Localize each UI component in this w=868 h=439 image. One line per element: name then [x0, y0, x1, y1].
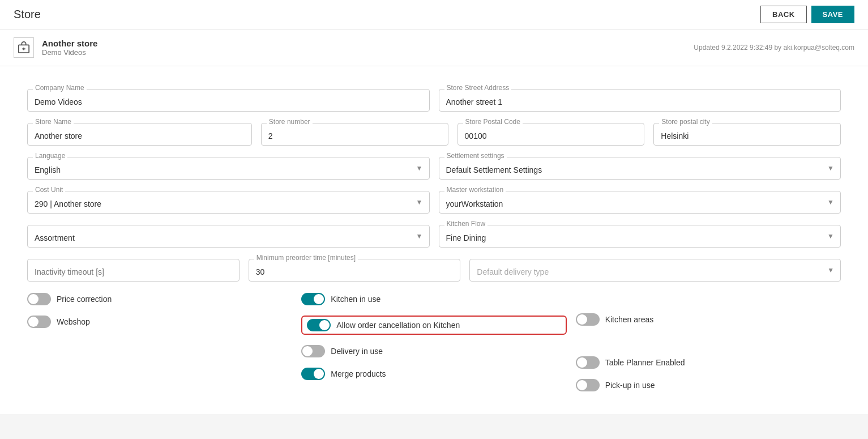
- form-section: Company Name Store Street Address Store …: [0, 66, 868, 414]
- webshop-slider: [27, 316, 51, 328]
- field-store-number: Store number: [261, 123, 448, 146]
- row-assortment-kitchen: Assortment ▼ Kitchen Flow Fine Dining ▼: [27, 225, 841, 248]
- kitchen-in-use-slider: [301, 293, 325, 305]
- table-planner-label: Table Planner Enabled: [605, 358, 685, 367]
- toggle-group-table-planner: Table Planner Enabled: [576, 356, 841, 369]
- store-street-label: Store Street Address: [444, 84, 512, 92]
- field-store-street: Store Street Address: [439, 89, 841, 112]
- language-label: Language: [33, 152, 67, 160]
- row-name-number-postal: Store Name Store number Store Postal Cod…: [27, 123, 841, 146]
- master-workstation-label: Master workstation: [444, 186, 506, 194]
- allow-cancellation-label: Allow order cancellation on Kitchen: [336, 321, 460, 330]
- store-name-label: Store Name: [33, 118, 74, 126]
- save-button[interactable]: SAVE: [811, 6, 854, 23]
- price-correction-label: Price correction: [57, 295, 112, 304]
- min-preorder-input[interactable]: [249, 259, 461, 282]
- delivery-in-use-label: Delivery in use: [331, 347, 383, 356]
- postal-code-input[interactable]: [457, 123, 645, 146]
- row-inactivity-preorder-delivery: Minimum preorder time [minutes] Default …: [27, 259, 841, 282]
- store-street-input[interactable]: [439, 89, 841, 112]
- merge-products-toggle[interactable]: [301, 368, 325, 380]
- field-master-workstation: Master workstation yourWorkstation ▼: [439, 191, 841, 214]
- webshop-label: Webshop: [57, 317, 90, 326]
- merge-products-slider: [301, 368, 325, 380]
- field-min-preorder: Minimum preorder time [minutes]: [249, 259, 461, 282]
- store-header: Another store Demo Videos Updated 9.2.20…: [0, 29, 868, 66]
- field-postal-code: Store Postal Code: [457, 123, 645, 146]
- toggle-group-merge-products: Merge products: [301, 368, 566, 380]
- postal-code-label: Store Postal Code: [463, 118, 523, 126]
- field-delivery-type: Default delivery type ▼: [469, 259, 841, 282]
- store-header-left: Another store Demo Videos: [14, 37, 97, 58]
- merge-products-label: Merge products: [331, 369, 386, 378]
- pickup-in-use-label: Pick-up in use: [605, 381, 655, 390]
- kitchen-areas-label: Kitchen areas: [605, 315, 654, 324]
- table-planner-toggle[interactable]: [576, 356, 600, 369]
- kitchen-areas-toggle[interactable]: [576, 313, 600, 326]
- master-workstation-select[interactable]: yourWorkstation: [439, 191, 841, 214]
- toggle-group-delivery-in-use: Delivery in use: [301, 345, 566, 357]
- row-language-settlement: Language English ▼ Settlement settings D…: [27, 157, 841, 180]
- toggle-group-pickup-in-use: Pick-up in use: [576, 379, 841, 391]
- kitchen-flow-select[interactable]: Fine Dining: [439, 225, 841, 248]
- delivery-in-use-slider: [301, 345, 325, 357]
- store-name-input[interactable]: [27, 123, 252, 146]
- store-updated: Updated 9.2.2022 9:32:49 by aki.korpua@s…: [694, 44, 854, 52]
- field-store-name: Store Name: [27, 123, 252, 146]
- kitchen-in-use-label: Kitchen in use: [331, 295, 380, 304]
- store-number-label: Store number: [267, 118, 313, 126]
- table-planner-slider: [576, 356, 600, 369]
- pickup-in-use-toggle[interactable]: [576, 379, 600, 391]
- back-button[interactable]: BACK: [760, 6, 807, 23]
- assortment-select-wrapper: Assortment ▼: [27, 225, 430, 248]
- top-bar-actions: BACK SAVE: [760, 6, 854, 23]
- store-info: Another store Demo Videos: [42, 39, 97, 57]
- price-correction-toggle[interactable]: [27, 293, 51, 305]
- allow-cancellation-slider: [307, 319, 331, 331]
- field-language: Language English ▼: [27, 157, 430, 180]
- language-select[interactable]: English: [27, 157, 430, 180]
- postal-city-input[interactable]: [653, 123, 841, 146]
- price-correction-slider: [27, 293, 51, 305]
- store-number-input[interactable]: [261, 123, 448, 146]
- pickup-in-use-slider: [576, 379, 600, 391]
- row-cost-master: Cost Unit 290 | Another store ▼ Master w…: [27, 191, 841, 214]
- top-bar: Store BACK SAVE: [0, 0, 868, 29]
- store-sub: Demo Videos: [42, 48, 97, 57]
- allow-cancellation-toggle[interactable]: [307, 319, 331, 331]
- page-title: Store: [14, 8, 41, 21]
- field-postal-city: Store postal city: [653, 123, 841, 146]
- delivery-in-use-toggle[interactable]: [301, 345, 325, 357]
- assortment-select[interactable]: Assortment: [27, 225, 430, 248]
- field-settlement: Settlement settings Default Settlement S…: [439, 157, 841, 180]
- form-container: Company Name Store Street Address Store …: [14, 75, 854, 405]
- postal-city-label: Store postal city: [659, 118, 712, 126]
- toggle-group-kitchen-areas: Kitchen areas: [576, 313, 841, 326]
- delivery-type-select[interactable]: Default delivery type: [469, 259, 841, 282]
- settlement-label: Settlement settings: [444, 152, 507, 160]
- kitchen-in-use-toggle[interactable]: [301, 293, 325, 305]
- toggle-group-kitchen-in-use: Kitchen in use: [301, 293, 566, 305]
- toggle-group-webshop: Webshop: [27, 316, 292, 328]
- field-cost-unit: Cost Unit 290 | Another store ▼: [27, 191, 430, 214]
- store-name: Another store: [42, 39, 97, 48]
- toggles-section: Price correction Webshop K: [27, 293, 841, 391]
- webshop-toggle[interactable]: [27, 316, 51, 328]
- store-icon: [14, 37, 34, 58]
- company-name-input[interactable]: [27, 89, 430, 112]
- cost-unit-select-wrapper: 290 | Another store ▼: [27, 191, 430, 214]
- settlement-select[interactable]: Default Settlement Settings: [439, 157, 841, 180]
- kitchen-flow-wrapper: Fine Dining ▼: [439, 225, 841, 248]
- inactivity-input[interactable]: [27, 259, 240, 282]
- cost-unit-select[interactable]: 290 | Another store: [27, 191, 430, 214]
- language-select-wrapper: English ▼: [27, 157, 430, 180]
- company-name-label: Company Name: [33, 84, 87, 92]
- field-company-name: Company Name: [27, 89, 430, 112]
- kitchen-areas-slider: [576, 313, 600, 326]
- master-workstation-wrapper: yourWorkstation ▼: [439, 191, 841, 214]
- kitchen-flow-label: Kitchen Flow: [444, 220, 488, 228]
- field-assortment: Assortment ▼: [27, 225, 430, 248]
- min-preorder-label: Minimum preorder time [minutes]: [254, 254, 358, 262]
- toggle-group-price-correction: Price correction: [27, 293, 292, 305]
- settlement-select-wrapper: Default Settlement Settings ▼: [439, 157, 841, 180]
